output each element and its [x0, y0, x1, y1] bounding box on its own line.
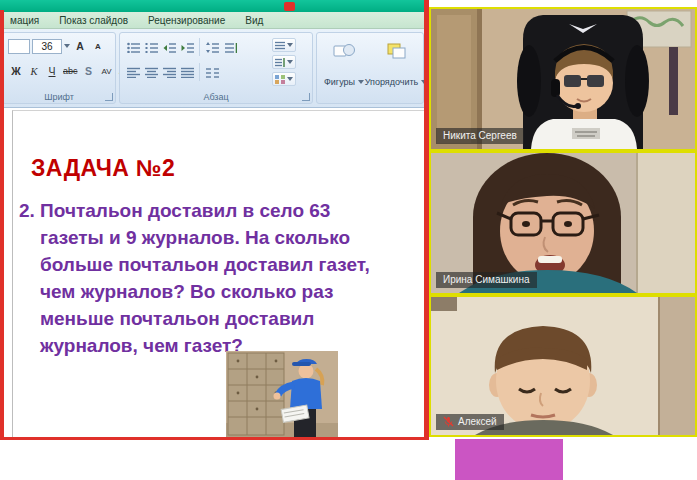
ribbon-tab-animation[interactable]: мация — [0, 15, 49, 26]
justify-icon — [181, 67, 194, 78]
body-line: меньше почтальон доставил — [19, 305, 421, 332]
font-size-dropdown-icon[interactable] — [64, 44, 70, 48]
text-direction-mini-button[interactable] — [272, 55, 296, 69]
mic-muted-icon — [443, 416, 454, 427]
numbering-button[interactable] — [143, 39, 159, 55]
dropdown-icon — [287, 77, 293, 81]
smartart-icon — [275, 75, 285, 84]
dropdown-icon — [287, 43, 293, 47]
font-group-label: Шрифт — [3, 92, 115, 102]
participant-name-tag: Алексей — [436, 414, 504, 430]
participant-name-tag: Никита Сергеев — [436, 128, 524, 144]
italic-button[interactable]: К — [26, 63, 42, 79]
align-right-icon — [163, 67, 176, 78]
font-group: А А Ж К Ч abc S AV Aa А Шрифт — [2, 32, 116, 104]
body-line: 2. Почтальон доставил в село 63 — [19, 197, 421, 224]
video-tile-irina[interactable]: Ирина Симашкина — [429, 151, 697, 295]
participant-name: Алексей — [458, 416, 497, 427]
text-direction-button[interactable] — [222, 39, 238, 55]
align-left-button[interactable] — [125, 64, 141, 80]
align-center-button[interactable] — [143, 64, 159, 80]
shapes-label: Фигуры — [324, 77, 355, 87]
justify-button[interactable] — [179, 64, 195, 80]
arrange-button[interactable]: Упорядочить — [369, 37, 423, 91]
align-text-button[interactable] — [272, 38, 296, 52]
dropdown-icon — [358, 80, 364, 84]
bullets-button[interactable] — [125, 39, 141, 55]
font-dialog-launcher-icon[interactable] — [105, 93, 113, 101]
strikethrough-button[interactable]: abc — [62, 63, 79, 79]
shapes-icon — [333, 41, 355, 61]
line-spacing-icon — [206, 42, 219, 53]
align-center-icon — [145, 67, 158, 78]
character-spacing-button[interactable]: AV — [99, 63, 115, 79]
participant-name: Ирина Симашкина — [443, 274, 530, 285]
align-right-button[interactable] — [161, 64, 177, 80]
font-name-combobox[interactable] — [8, 39, 30, 54]
columns-icon — [206, 67, 219, 78]
slide-canvas[interactable]: ЗАДАЧА №2 2. Почтальон доставил в село 6… — [12, 110, 425, 439]
bold-button[interactable]: Ж — [8, 63, 24, 79]
arrange-icon — [385, 41, 407, 61]
video-tile-aleksey[interactable]: Алексей — [429, 295, 697, 437]
shrink-font-button[interactable]: А — [90, 38, 106, 54]
separator — [199, 38, 200, 56]
paragraph-group-label: Абзац — [120, 92, 312, 102]
record-indicator-icon[interactable] — [284, 2, 295, 11]
text-direction-icon — [224, 42, 237, 53]
postwoman-illustration — [226, 351, 338, 437]
dropdown-icon — [287, 60, 293, 64]
arrange-label: Упорядочить — [365, 77, 419, 87]
decrease-indent-button[interactable] — [161, 39, 177, 55]
body-line: газеты и 9 журналов. На сколько — [19, 224, 421, 251]
paragraph-dialog-launcher-icon[interactable] — [302, 93, 310, 101]
ribbon-tab-view[interactable]: Вид — [235, 15, 273, 26]
align-text-icon — [275, 41, 285, 50]
slide-title[interactable]: ЗАДАЧА №2 — [31, 155, 175, 182]
shapes-button[interactable]: Фигуры — [321, 37, 367, 91]
increase-indent-icon — [181, 42, 194, 53]
body-line: журналов, чем газет? — [19, 332, 421, 359]
separator — [199, 63, 200, 81]
bullets-icon — [127, 42, 140, 53]
increase-indent-button[interactable] — [179, 39, 195, 55]
background-window-fragment — [455, 439, 563, 480]
paragraph-group: Абзац — [119, 32, 313, 104]
numbering-icon — [145, 42, 158, 53]
convert-smartart-button[interactable] — [272, 72, 296, 86]
participant-name: Никита Сергеев — [443, 130, 517, 141]
window-titlebar — [0, 0, 425, 12]
screen: мация Показ слайдов Рецензирование Вид А… — [0, 0, 697, 480]
postwoman-photo[interactable] — [226, 351, 338, 437]
participant-name-tag: Ирина Симашкина — [436, 272, 537, 288]
video-tile-nikita[interactable]: Никита Сергеев — [429, 7, 697, 151]
ribbon-tab-review[interactable]: Рецензирование — [138, 15, 235, 26]
ribbon-tab-bar: мация Показ слайдов Рецензирование Вид — [0, 12, 425, 29]
share-border-bottom — [0, 437, 429, 440]
grow-font-button[interactable]: А — [72, 38, 88, 54]
line-spacing-button[interactable] — [204, 39, 220, 55]
font-size-input[interactable] — [32, 39, 62, 54]
decrease-indent-icon — [163, 42, 176, 53]
ribbon-tab-slideshow[interactable]: Показ слайдов — [49, 15, 138, 26]
align-left-icon — [127, 67, 140, 78]
slide-body-text[interactable]: 2. Почтальон доставил в село 63 газеты и… — [19, 197, 421, 359]
columns-button[interactable] — [204, 64, 220, 80]
body-line: чем журналов? Во сколько раз — [19, 278, 421, 305]
ribbon: А А Ж К Ч abc S AV Aa А Шрифт — [0, 29, 425, 108]
drawing-group: Фигуры Упорядочить — [316, 32, 424, 104]
text-direction-mini-icon — [275, 58, 285, 67]
body-line: больше почтальон доставил газет, — [19, 251, 421, 278]
underline-button[interactable]: Ч — [44, 63, 60, 79]
share-border-left — [0, 10, 4, 439]
slide-workspace: ЗАДАЧА №2 2. Почтальон доставил в село 6… — [0, 108, 425, 439]
text-shadow-button[interactable]: S — [81, 63, 97, 79]
